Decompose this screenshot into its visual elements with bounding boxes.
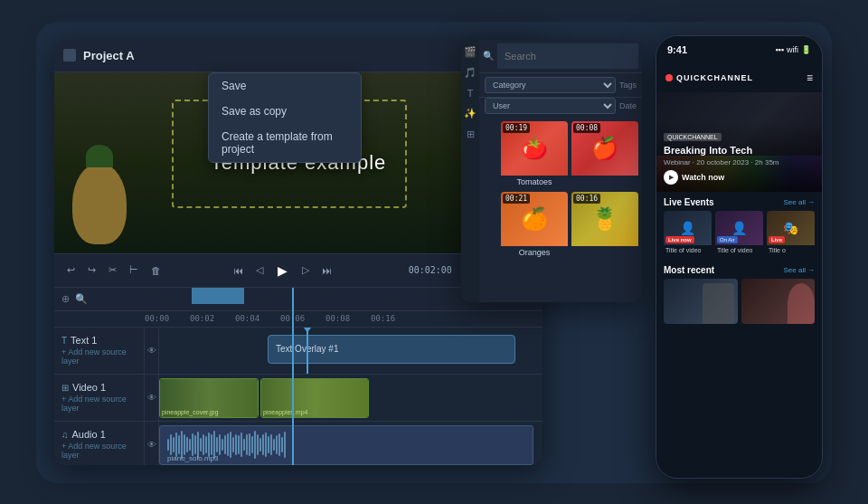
most-recent-title: Most recent bbox=[664, 265, 714, 275]
media-item-oranges[interactable]: 🍊 00:21 Oranges bbox=[501, 192, 568, 259]
wave-bar bbox=[203, 434, 204, 456]
recent-item-2[interactable] bbox=[741, 279, 816, 324]
wave-bar bbox=[170, 434, 172, 456]
eye-icon-text[interactable]: 👁 bbox=[147, 346, 156, 356]
track-audio-content: piano_solo.mp3 bbox=[159, 422, 542, 465]
sidebar-text-icon[interactable]: T bbox=[465, 85, 476, 101]
recent-item-1[interactable] bbox=[664, 279, 738, 324]
live-events-see-all[interactable]: See all → bbox=[784, 198, 815, 206]
wave-bar bbox=[238, 435, 240, 453]
media-title-oranges: Oranges bbox=[501, 246, 568, 259]
category-filter[interactable]: Category bbox=[485, 77, 616, 93]
media-title-pineapples bbox=[571, 246, 638, 250]
app-header: QUICKCHANNEL ≡ bbox=[656, 63, 822, 92]
wave-bar bbox=[232, 437, 234, 452]
wave-bar bbox=[241, 433, 242, 457]
media-search-input[interactable] bbox=[497, 43, 638, 69]
wave-bar bbox=[194, 435, 196, 453]
media-item-apples[interactable]: 🍎 00:08 bbox=[571, 121, 638, 188]
wave-bar bbox=[276, 435, 278, 453]
text-clip[interactable]: Text Overlay #1 bbox=[268, 335, 515, 364]
on-air-badge-2: On Air bbox=[717, 236, 738, 243]
ruler-mark-5: 00:16 bbox=[371, 314, 416, 323]
wave-bar bbox=[184, 434, 185, 456]
live-events-section: Live Events See all → 👤 Live now Title o… bbox=[656, 192, 822, 260]
media-search-bar: 🔍 bbox=[479, 40, 642, 73]
recent-thumb-2 bbox=[741, 279, 816, 324]
ruler-mark-1: 00:02 bbox=[190, 314, 235, 323]
track-text: T Text 1 + Add new source layer 👁 Text O… bbox=[54, 328, 542, 375]
track-video-label: ⊞ Video 1 + Add new source layer bbox=[54, 375, 145, 421]
timeline-zoom-in[interactable]: ⊕ bbox=[61, 293, 70, 305]
time-current: 00:02:00 bbox=[409, 265, 452, 275]
events-row: 👤 Live now Title of video 👤 On Air Title… bbox=[664, 211, 815, 256]
sidebar-film-icon[interactable]: 🎬 bbox=[461, 43, 479, 61]
ruler-mark-0: 00:00 bbox=[145, 314, 190, 323]
video-clip-2[interactable]: pineapples.mp4 bbox=[260, 378, 369, 418]
undo-button[interactable]: ↩ bbox=[63, 262, 79, 278]
sidebar-music-icon[interactable]: 🎵 bbox=[461, 64, 479, 81]
wave-bar bbox=[224, 435, 226, 453]
video-clip-1[interactable]: pineapple_cover.jpg bbox=[159, 378, 259, 418]
audio-clip[interactable]: piano_solo.mp3 bbox=[159, 425, 533, 465]
event-item-1[interactable]: 👤 Live now Title of video bbox=[664, 211, 712, 256]
watch-button[interactable]: ▶ Watch now bbox=[664, 170, 815, 185]
media-item-tomatoes[interactable]: 🍅 00:19 Tomatoes bbox=[501, 121, 568, 188]
wave-bar bbox=[281, 437, 283, 452]
app-logo: QUICKCHANNEL bbox=[665, 73, 753, 82]
wave-bar bbox=[219, 434, 221, 456]
sidebar-transition-icon[interactable]: ⊞ bbox=[464, 126, 477, 143]
playhead[interactable] bbox=[307, 328, 308, 374]
event-item-3[interactable]: 🎭 Live Title o bbox=[767, 211, 815, 256]
tags-label: Tags bbox=[619, 81, 637, 90]
delete-button[interactable]: 🗑 bbox=[147, 263, 165, 278]
media-main-content: 🔍 Category Tags User Date bbox=[479, 40, 642, 262]
track-audio-add[interactable]: + Add new source layer bbox=[61, 442, 137, 460]
event-item-2[interactable]: 👤 On Air Title of video bbox=[715, 211, 763, 256]
prev-frame-button[interactable]: ◁ bbox=[252, 262, 267, 278]
next-frame-button[interactable]: ▷ bbox=[298, 262, 313, 278]
most-recent-section: Most recent See all → bbox=[656, 260, 822, 328]
wave-bar bbox=[251, 436, 253, 453]
timeline-search[interactable]: 🔍 bbox=[75, 293, 88, 305]
track-video-visibility: 👁 bbox=[145, 375, 159, 421]
cut-button[interactable]: ✂ bbox=[105, 262, 120, 278]
mobile-status-bar: 9:41 ▪▪▪ wifi 🔋 bbox=[656, 36, 822, 63]
save-option-save[interactable]: Save bbox=[209, 73, 361, 99]
live-badge-1: Live now bbox=[665, 236, 694, 243]
user-filter[interactable]: User bbox=[485, 98, 616, 114]
save-option-copy[interactable]: Save as copy bbox=[209, 99, 361, 124]
editor-icon bbox=[63, 49, 76, 62]
track-audio: ♫ Audio 1 + Add new source layer 👁 bbox=[54, 422, 542, 465]
skip-back-button[interactable]: ⏮ bbox=[230, 263, 247, 278]
media-item-pineapples[interactable]: 🍍 00:16 bbox=[571, 192, 638, 259]
track-video-add[interactable]: + Add new source layer bbox=[61, 395, 137, 413]
hero-date: Webinar · 20 october 2023 · 2h 35m bbox=[664, 158, 815, 166]
eye-icon-video[interactable]: 👁 bbox=[147, 393, 156, 403]
most-recent-see-all[interactable]: See all → bbox=[784, 266, 815, 274]
play-button[interactable]: ▶ bbox=[272, 262, 293, 280]
split-button[interactable]: ⊢ bbox=[126, 262, 142, 278]
hamburger-menu[interactable]: ≡ bbox=[807, 71, 813, 84]
wave-bar bbox=[249, 433, 250, 457]
media-duration-pineapples: 00:16 bbox=[573, 194, 600, 204]
wifi-icon: wifi bbox=[787, 45, 798, 54]
event-thumb-2: 👤 On Air bbox=[715, 211, 763, 245]
wave-bar bbox=[222, 439, 223, 452]
sidebar-fx-icon[interactable]: ✨ bbox=[461, 105, 479, 122]
hero-video[interactable]: QUICKCHANNEL Breaking Into Tech Webinar … bbox=[656, 92, 822, 192]
media-duration-tomatoes: 00:19 bbox=[503, 123, 530, 133]
wave-bar bbox=[246, 434, 248, 454]
wave-bar bbox=[192, 433, 193, 457]
pineapple-decoration bbox=[72, 163, 127, 244]
wave-bar bbox=[216, 437, 218, 452]
track-text-add[interactable]: + Add new source layer bbox=[61, 347, 137, 366]
most-recent-header: Most recent See all → bbox=[664, 265, 815, 275]
redo-button[interactable]: ↪ bbox=[84, 262, 99, 278]
track-text-label: T Text 1 + Add new source layer bbox=[54, 328, 145, 374]
watch-play-icon: ▶ bbox=[664, 170, 678, 185]
skip-forward-button[interactable]: ⏭ bbox=[318, 263, 335, 278]
track-video-content: pineapple_cover.jpg pineapples.mp4 bbox=[159, 375, 542, 421]
save-option-template[interactable]: Create a template from project bbox=[209, 124, 361, 162]
eye-icon-audio[interactable]: 👁 bbox=[147, 440, 156, 450]
